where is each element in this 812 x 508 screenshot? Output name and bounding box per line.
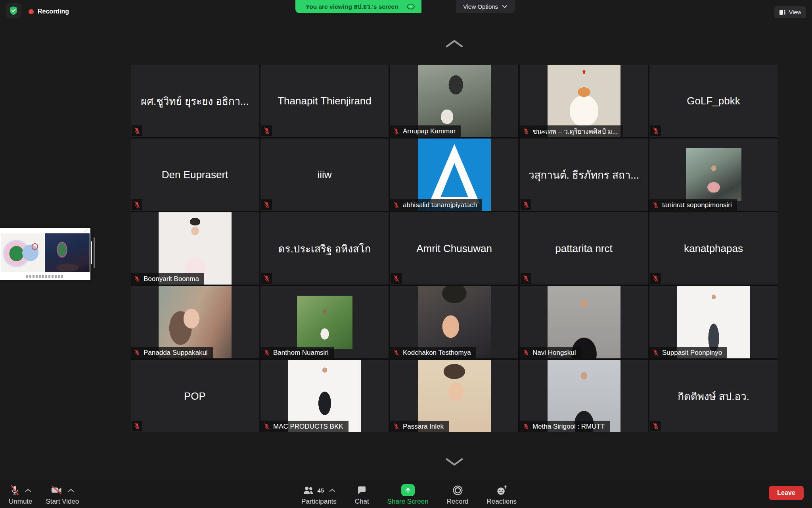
participant-tile[interactable]: Suppasit Poonpinyo: [649, 286, 778, 358]
muted-mic-icon: [134, 201, 140, 208]
record-label: Record: [447, 498, 469, 506]
share-screen-icon: [401, 484, 415, 496]
participant-tile[interactable]: pattarita nrct: [520, 212, 648, 285]
record-icon: [452, 485, 463, 496]
participant-name: Suppasit Poonpinyo: [662, 349, 722, 357]
participant-name: Navi Hongskul: [532, 349, 576, 357]
gallery-view-icon: [779, 9, 786, 15]
participant-tile[interactable]: Boonyarit Boonma: [131, 212, 259, 285]
view-options-button[interactable]: View Options: [456, 0, 515, 13]
muted-mic-icon: [652, 275, 659, 282]
thumbnail-scrollbar-thumb[interactable]: [94, 237, 95, 268]
participant-tile[interactable]: Panadda Suppakakul: [131, 286, 259, 358]
muted-mic-icon: [523, 350, 529, 356]
participants-count: 45: [318, 487, 324, 494]
muted-mic-icon: [393, 423, 399, 429]
thumbnail-caption: [26, 275, 64, 278]
start-video-button[interactable]: Start Video: [46, 481, 79, 506]
participant-name-label: Navi Hongskul: [520, 347, 581, 358]
security-shield-button[interactable]: [6, 3, 21, 18]
muted-mic-icon: [263, 127, 270, 134]
participant-video: [686, 148, 741, 201]
participants-label: Participants: [301, 498, 337, 506]
muted-mic-icon: [10, 485, 20, 496]
participant-name: POP: [131, 360, 259, 432]
muted-mic-badge: [650, 273, 661, 284]
participant-tile[interactable]: iiiw: [260, 139, 389, 211]
record-button[interactable]: Record: [447, 481, 469, 506]
thumbnail-expand-icon[interactable]: ⤢: [84, 229, 88, 233]
participant-tile[interactable]: taninrat soponpimonsiri: [649, 139, 778, 211]
muted-mic-badge: [132, 421, 142, 431]
share-screen-button[interactable]: Share Screen: [387, 481, 429, 506]
mic-options-chevron[interactable]: [25, 489, 31, 492]
leave-button[interactable]: Leave: [769, 486, 804, 500]
participant-tile[interactable]: POP: [131, 360, 259, 432]
muted-mic-icon: [393, 275, 400, 282]
participant-name: MAC PRODUCTS BKK: [273, 423, 343, 431]
participant-tile[interactable]: Metha Sirigool : RMUTT: [520, 360, 648, 432]
shared-screen-thumbnail[interactable]: ⤢: [0, 228, 90, 280]
participant-name: วสุกานต์. ธีรภัทกร สถา...: [520, 139, 648, 211]
unmute-button[interactable]: Unmute: [9, 481, 33, 506]
participant-tile[interactable]: Banthom Nuamsiri: [260, 286, 389, 358]
participant-name-label: Panadda Suppakakul: [131, 347, 213, 358]
muted-mic-icon: [134, 127, 140, 134]
view-button[interactable]: View: [774, 6, 806, 18]
reactions-button[interactable]: Reactions: [487, 481, 517, 506]
start-video-label: Start Video: [46, 498, 79, 506]
participant-name: Kodchakon Testhomya: [403, 349, 471, 357]
participants-button[interactable]: 45 Participants: [301, 481, 337, 506]
participant-tile[interactable]: ผศ.ชูวิทย์ ยุระยง อธิกา...: [131, 65, 259, 137]
participant-video: [297, 296, 352, 349]
video-options-chevron[interactable]: [68, 489, 74, 492]
muted-mic-badge: [521, 273, 531, 284]
participant-tile[interactable]: Arnupap Kammar: [390, 65, 518, 137]
participant-tile[interactable]: ดร.ประเสริฐ อหิงสโก: [260, 212, 389, 285]
participant-name: pattarita nrct: [520, 212, 648, 285]
participants-chevron[interactable]: [329, 489, 335, 492]
muted-mic-icon: [653, 202, 659, 208]
participant-tile[interactable]: MAC PRODUCTS BKK: [260, 360, 389, 432]
participant-tile[interactable]: Navi Hongskul: [520, 286, 648, 358]
participant-name: Boonyarit Boonma: [144, 275, 199, 283]
participant-name-label: ชนะเทพ – ว.ดุริยางคศิลป์ ม...: [520, 125, 623, 137]
muted-mic-icon: [264, 423, 270, 429]
muted-mic-icon: [264, 350, 270, 356]
muted-mic-icon: [523, 128, 529, 134]
muted-mic-badge: [521, 199, 531, 210]
participant-tile[interactable]: Kodchakon Testhomya: [390, 286, 518, 358]
participant-name-label: Banthom Nuamsiri: [260, 347, 334, 358]
scroll-down-chevron[interactable]: [445, 457, 464, 468]
participant-name-label: Passara Inlek: [390, 421, 449, 432]
participant-name: ดร.ประเสริฐ อหิงสโก: [260, 212, 389, 285]
muted-mic-icon: [523, 201, 529, 208]
muted-mic-icon: [393, 350, 399, 356]
participant-name: abhisalid tanarojpiyatach: [403, 201, 477, 209]
viewing-screen-banner: You are viewing สป.อว.'s screen: [295, 0, 421, 13]
participant-name-label: taninrat soponpimonsiri: [649, 199, 737, 211]
participant-name-label: Boonyarit Boonma: [131, 273, 204, 285]
participant-tile[interactable]: วสุกานต์. ธีรภัทกร สถา...: [520, 139, 648, 211]
share-screen-label: Share Screen: [387, 498, 429, 506]
participant-tile[interactable]: กิตติพงษ์ สป.อว.: [649, 360, 778, 432]
scroll-up-chevron[interactable]: [445, 39, 464, 50]
participant-tile[interactable]: abhisalid tanarojpiyatach: [390, 139, 518, 211]
participant-tile[interactable]: Thanapit Thienjirand: [260, 65, 389, 137]
participant-tile[interactable]: ชนะเทพ – ว.ดุริยางคศิลป์ ม...: [520, 65, 648, 137]
participant-name-label: abhisalid tanarojpiyatach: [390, 199, 482, 211]
participant-tile[interactable]: kanatphapas: [649, 212, 778, 285]
muted-mic-icon: [134, 350, 140, 356]
muted-mic-badge: [650, 421, 661, 431]
participant-name: ผศ.ชูวิทย์ ยุระยง อธิกา...: [131, 65, 259, 137]
slide-photo-image: [45, 233, 90, 272]
participant-tile[interactable]: Den Euprasert: [131, 139, 259, 211]
shield-check-icon: [9, 6, 18, 15]
muted-mic-badge: [132, 125, 142, 136]
participant-tile[interactable]: Passara Inlek: [390, 360, 518, 432]
view-options-label: View Options: [463, 3, 498, 10]
participant-grid: ผศ.ชูวิทย์ ยุระยง อธิกา...Thanapit Thien…: [131, 65, 778, 432]
participant-tile[interactable]: GoLF_pbkk: [649, 65, 778, 137]
chat-button[interactable]: Chat: [355, 481, 369, 506]
participant-tile[interactable]: Amrit Chusuwan: [390, 212, 518, 285]
